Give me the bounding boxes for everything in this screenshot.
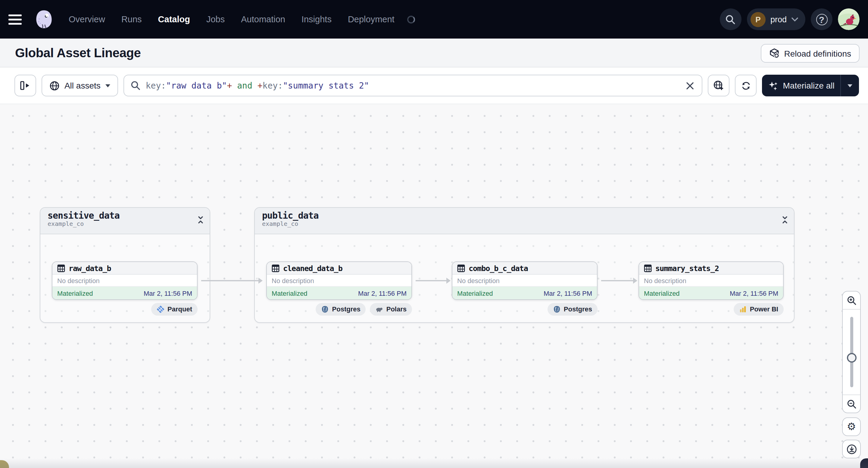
close-icon: [686, 82, 694, 89]
top-navbar: Overview Runs Catalog Jobs Automation In…: [0, 0, 868, 38]
reload-definitions-label: Reload definitions: [784, 49, 851, 58]
lineage-edge: [415, 280, 447, 281]
group-location: example_co: [48, 220, 203, 227]
page-header: Global Asset Lineage Reload definitions: [0, 38, 868, 67]
zoom-out-icon: [847, 399, 856, 409]
collapse-icon: [781, 216, 788, 224]
nav-item-jobs[interactable]: Jobs: [206, 14, 225, 24]
kind-badge-postgres[interactable]: Postgres: [548, 303, 597, 315]
nav-item-deployment[interactable]: Deployment: [348, 14, 395, 24]
graph-settings-button[interactable]: ⚙: [842, 417, 861, 436]
kind-badge-row: Postgres Polars: [266, 302, 412, 316]
asset-node-header: raw_data_b: [53, 262, 197, 275]
materialize-all-button[interactable]: Materialize all: [762, 75, 840, 96]
table-icon: [57, 264, 65, 272]
asset-node-header: cleaned_data_b: [267, 262, 411, 275]
group-location: example_co: [262, 220, 787, 227]
nav-item-runs[interactable]: Runs: [121, 14, 142, 24]
zoom-in-icon: [847, 295, 856, 305]
asset-status-row: Materialized Mar 2, 11:56 PM: [267, 287, 411, 299]
nav-item-automation[interactable]: Automation: [241, 14, 285, 24]
materialization-timestamp: Mar 2, 11:56 PM: [730, 289, 778, 297]
kind-badge-polars[interactable]: Polars: [370, 303, 412, 315]
zoom-slider-thumb[interactable]: [847, 353, 856, 363]
gear-icon: ⚙: [847, 422, 856, 432]
zoom-out-button[interactable]: [843, 395, 860, 413]
collapse-group-button[interactable]: [781, 216, 788, 224]
help-button[interactable]: ?: [811, 8, 833, 30]
lineage-edge: [201, 280, 259, 281]
materialization-timestamp: Mar 2, 11:56 PM: [544, 289, 592, 297]
asset-description: No description: [267, 275, 411, 287]
page-title: Global Asset Lineage: [15, 45, 141, 60]
dagster-logo[interactable]: [35, 10, 53, 29]
deployment-name: prod: [770, 15, 787, 24]
materialization-timestamp: Mar 2, 11:56 PM: [144, 289, 192, 297]
dagster-app: Overview Runs Catalog Jobs Automation In…: [0, 0, 868, 468]
download-icon: [846, 444, 857, 455]
table-icon: [457, 264, 465, 272]
asset-description: No description: [453, 275, 597, 287]
asset-node-combo-b-c-data[interactable]: combo_b_c_data No description Materializ…: [452, 261, 597, 300]
kind-badge-postgres[interactable]: Postgres: [316, 303, 366, 315]
deployment-switcher[interactable]: P prod: [747, 8, 805, 30]
kind-badge-row: Power BI: [639, 302, 784, 316]
asset-name: summary_stats_2: [655, 263, 719, 273]
nav-item-insights[interactable]: Insights: [302, 14, 332, 24]
panel-corner: [860, 458, 868, 468]
nav-item-catalog[interactable]: Catalog: [158, 14, 190, 24]
zoom-in-button[interactable]: [843, 291, 860, 310]
reload-definitions-button[interactable]: Reload definitions: [761, 44, 860, 63]
globe-icon: [50, 81, 60, 91]
kind-badge-parquet[interactable]: Parquet: [151, 303, 197, 315]
kind-label: Power BI: [750, 305, 778, 313]
group-header: sensitive_data example_co: [40, 208, 210, 234]
kind-badge-powerbi[interactable]: Power BI: [734, 303, 784, 315]
refresh-graph-button[interactable]: [735, 75, 756, 96]
asset-name: raw_data_b: [69, 263, 111, 273]
zoom-slider[interactable]: [843, 310, 860, 395]
asset-node-header: combo_b_c_data: [453, 262, 597, 275]
loading-spinner-icon: [407, 15, 415, 23]
download-graph-button[interactable]: [842, 440, 861, 458]
collapse-icon: [197, 216, 204, 224]
caret-down-icon: [847, 84, 852, 87]
zoom-slider-track: [850, 317, 853, 387]
materialize-all-label: Materialize all: [783, 81, 835, 90]
kind-label: Postgres: [564, 305, 592, 313]
lineage-toolbar: All assets key:"raw_data_b"+ and +key:"s…: [0, 67, 868, 103]
materialize-options-button[interactable]: [841, 75, 859, 96]
asset-node-summary-stats-2[interactable]: summary_stats_2 No description Materiali…: [639, 261, 784, 300]
postgres-icon: [321, 305, 329, 313]
powerbi-icon: [739, 305, 747, 313]
search-query: key:"raw_data_b"+ and +key:"summary_stat…: [146, 81, 680, 90]
asset-scope-dropdown[interactable]: All assets: [41, 75, 118, 96]
table-icon: [272, 264, 279, 272]
clear-search-button[interactable]: [685, 81, 695, 91]
open-side-panel-button[interactable]: [14, 75, 36, 96]
asset-status-row: Materialized Mar 2, 11:56 PM: [639, 287, 783, 299]
asset-search-input[interactable]: key:"raw_data_b"+ and +key:"summary_stat…: [123, 75, 703, 96]
search-button[interactable]: [720, 8, 742, 30]
collapse-group-button[interactable]: [197, 216, 204, 224]
search-icon: [725, 14, 736, 24]
user-avatar[interactable]: [838, 8, 860, 30]
nav-item-overview[interactable]: Overview: [69, 14, 105, 24]
view-full-graph-button[interactable]: [708, 75, 730, 96]
kind-badge-row: Postgres: [452, 302, 597, 316]
lineage-canvas[interactable]: sensitive_data example_co public_data ex…: [0, 103, 868, 468]
lineage-edge: [601, 280, 634, 281]
zoom-control: [842, 291, 861, 413]
parquet-icon: [157, 305, 164, 313]
asset-node-raw-data-b[interactable]: raw_data_b No description Materialized M…: [52, 261, 197, 300]
status-badge: Materialized: [272, 289, 308, 297]
globe-add-icon: [713, 80, 724, 91]
search-icon: [131, 81, 141, 90]
menu-icon[interactable]: [8, 9, 29, 30]
status-badge: Materialized: [457, 289, 493, 297]
refresh-icon: [741, 81, 751, 91]
materialization-timestamp: Mar 2, 11:56 PM: [358, 289, 407, 297]
kind-label: Polars: [386, 305, 407, 313]
panel-expand-icon: [20, 81, 30, 90]
asset-node-cleaned-data-b[interactable]: cleaned_data_b No description Materializ…: [266, 261, 412, 300]
